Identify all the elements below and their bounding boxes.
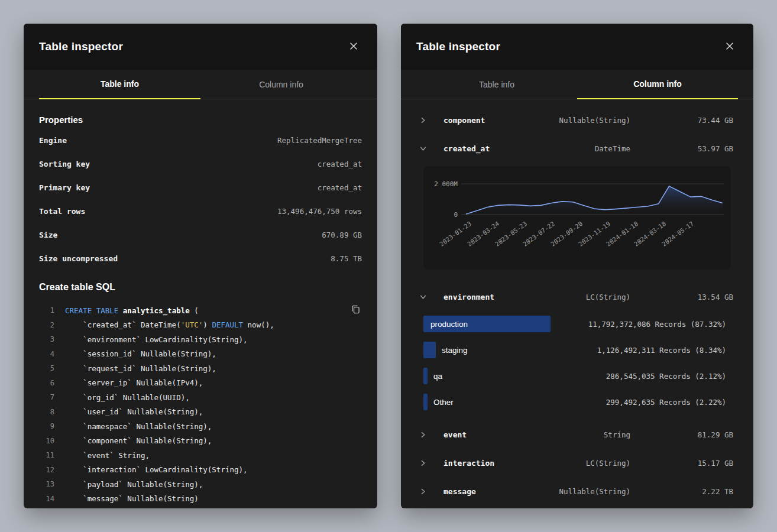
line-number: 3 (39, 335, 54, 343)
code-token (118, 306, 123, 315)
code-line: 15) ENGINE = ReplicatedMergeTree('/click… (39, 506, 362, 508)
chart-area (466, 186, 723, 215)
code-line: 9 `namespace` Nullable(String), (39, 419, 362, 434)
close-button[interactable] (345, 38, 362, 55)
property-value: created_at (318, 160, 362, 168)
code-text: CREATE TABLE analytics_table ( (65, 306, 199, 315)
modal-header: Table inspector (24, 24, 377, 70)
code-text: `message` Nullable(String) (65, 494, 199, 503)
environment-value-row: Other299,492,635 Records (2.22%) (401, 389, 753, 415)
code-text: `event` String, (65, 451, 150, 460)
code-text: `interaction` LowCardinality(String), (65, 465, 248, 474)
code-line: 11 `event` String, (39, 448, 362, 463)
code-text: `org_id` Nullable(UUID), (65, 393, 190, 402)
tab-column-info[interactable]: Column info (577, 70, 738, 99)
column-type: DateTime (518, 144, 630, 153)
line-number: 13 (39, 480, 54, 488)
property-label: Primary key (39, 183, 90, 192)
tab-table-info[interactable]: Table info (416, 70, 577, 99)
tab-bar: Table infoColumn info (401, 70, 753, 99)
property-row: Size uncompressed8.75 TB (39, 246, 362, 270)
close-icon (726, 42, 734, 52)
code-token: 'UTC' (181, 320, 203, 329)
column-row-message[interactable]: messageNullable(String)2.22 TB (401, 477, 753, 505)
desktop-background: { "colors": { "accent": "#edf14f", "bar"… (0, 0, 777, 532)
property-row: Sorting keycreated_at (39, 152, 362, 176)
code-text: `payload` Nullable(String), (65, 480, 203, 489)
copy-icon (351, 307, 361, 316)
code-line: 8 `user_id` Nullable(String), (39, 405, 362, 420)
column-row-event[interactable]: eventString81.29 GB (401, 420, 753, 449)
column-type: LC(String) (518, 459, 630, 468)
property-value: 8.75 TB (331, 254, 362, 263)
properties-list: EngineReplicatedMergeTreeSorting keycrea… (39, 128, 362, 270)
code-line: 6 `server_ip` Nullable(IPv4), (39, 376, 362, 391)
column-type: String (518, 430, 630, 439)
value-bar-track: Other (423, 394, 577, 410)
code-line: 2 `created_at` DateTime('UTC') DEFAULT n… (39, 318, 362, 333)
sql-code-lines: 1CREATE TABLE analytics_table (2 `create… (39, 303, 362, 508)
property-row: Size670.89 GB (39, 223, 362, 246)
properties-heading: Properties (39, 115, 362, 125)
code-token: `session_id` Nullable(String), (65, 349, 216, 358)
property-value: 670.89 GB (322, 231, 362, 239)
environment-value-row: qa286,545,035 Records (2.12%) (401, 363, 753, 389)
property-label: Size (39, 231, 57, 239)
copy-button[interactable] (349, 303, 362, 317)
column-row-environment[interactable]: environmentLC(String)13.54 GB (401, 283, 753, 311)
line-number: 11 (39, 451, 54, 459)
chevron-right-icon (420, 460, 435, 466)
chevron-right-icon (420, 432, 435, 438)
code-token: `org_id` Nullable(UUID), (65, 393, 190, 402)
close-button[interactable] (721, 38, 738, 55)
value-bar (423, 368, 428, 384)
code-token: `request_id` Nullable(String), (65, 364, 216, 373)
line-number: 8 (39, 408, 54, 416)
table-info-content: Properties EngineReplicatedMergeTreeSort… (24, 115, 377, 508)
line-number: 10 (39, 437, 54, 445)
code-line: 12 `interaction` LowCardinality(String), (39, 463, 362, 478)
column-name: component (435, 116, 518, 125)
value-bar-track: production (423, 316, 577, 332)
code-text: `environment` LowCardinality(String), (65, 335, 248, 344)
code-token: `event` String, (65, 451, 150, 460)
code-token: `payload` Nullable(String), (65, 480, 203, 489)
property-row: EngineReplicatedMergeTree (39, 128, 362, 152)
code-text: `created_at` DateTime('UTC') DEFAULT now… (65, 320, 274, 329)
column-row-created_at[interactable]: created_atDateTime53.97 GB (401, 134, 753, 163)
line-number: 14 (39, 495, 54, 503)
chevron-right-icon (420, 117, 435, 124)
environment-values-list: production11,792,372,086 Records (87.32%… (401, 311, 753, 415)
code-text: `user_id` Nullable(String), (65, 407, 203, 416)
code-line: 1CREATE TABLE analytics_table ( (39, 303, 362, 318)
tab-column-info[interactable]: Column info (200, 70, 362, 99)
value-bar-track: staging (423, 342, 577, 358)
tab-bar: Table infoColumn info (24, 70, 377, 99)
chevron-right-icon (420, 488, 435, 495)
code-token: `interaction` LowCardinality(String), (65, 465, 248, 474)
value-bar-track: qa (423, 368, 577, 384)
property-row: Total rows13,496,476,750 rows (39, 199, 362, 223)
environment-value-row: production11,792,372,086 Records (87.32%… (401, 311, 753, 337)
property-label: Sorting key (39, 160, 90, 168)
column-size: 2.22 TB (630, 487, 733, 496)
column-row-component[interactable]: componentNullable(String)73.44 GB (401, 106, 753, 134)
created-at-histogram: 2 000M02023-01-232023-03-242023-05-23202… (423, 166, 731, 270)
value-records: 11,792,372,086 Records (87.32%) (588, 320, 726, 329)
column-size: 53.97 GB (630, 144, 733, 153)
page-title: Table inspector (416, 40, 500, 53)
property-value: created_at (318, 183, 362, 192)
table-inspector-modal-table-info: Table inspector Table infoColumn info Pr… (24, 24, 377, 508)
value-label: staging (442, 346, 468, 355)
column-size: 13.54 GB (630, 293, 733, 301)
code-token: analytics_table (123, 306, 190, 315)
column-type: Nullable(String) (518, 487, 630, 496)
column-row-interaction[interactable]: interactionLC(String)15.17 GB (401, 449, 753, 477)
value-bar (423, 394, 428, 410)
code-token: ) (203, 320, 212, 329)
column-type: LC(String) (518, 293, 630, 301)
code-line: 5 `request_id` Nullable(String), (39, 361, 362, 376)
column-type: Nullable(String) (518, 116, 630, 125)
tab-table-info[interactable]: Table info (39, 70, 200, 99)
code-token: `user_id` Nullable(String), (65, 407, 203, 416)
